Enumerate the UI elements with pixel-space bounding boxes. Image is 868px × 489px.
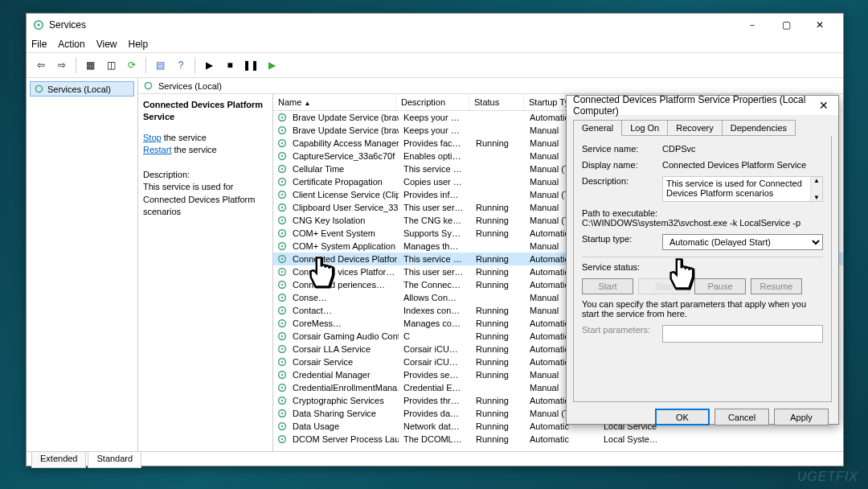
service-info-panel: Connected Devices Platform Service Stop … <box>138 94 273 451</box>
svg-point-7 <box>281 129 284 132</box>
tab-logon[interactable]: Log On <box>621 120 668 136</box>
svg-point-39 <box>281 335 284 338</box>
selected-service-title: Connected Devices Platform Service <box>143 99 268 124</box>
svg-point-21 <box>281 220 284 222</box>
svg-point-37 <box>281 323 284 325</box>
cancel-button[interactable]: Cancel <box>714 409 769 425</box>
maximize-button[interactable]: ▢ <box>769 16 803 34</box>
desc-text: This service is used for Connected Devic… <box>143 181 268 218</box>
props-title-text: Connected Devices Platform Service Prope… <box>573 94 816 117</box>
toolbar: ⇦ ⇨ ▦ ◫ ⟳ ▤ ? ▶ ■ ❚❚ ▶ <box>27 52 843 78</box>
svg-point-15 <box>281 181 284 183</box>
properties-button[interactable]: ◫ <box>101 55 121 75</box>
status-value <box>662 262 823 272</box>
watermark: UGETFIX <box>797 470 858 484</box>
col-name[interactable]: Name ▲ <box>273 94 396 110</box>
menubar: File Action View Help <box>27 36 843 52</box>
svg-point-31 <box>281 284 284 286</box>
titlebar[interactable]: Services － ▢ ✕ <box>27 14 843 36</box>
restart-link[interactable]: Restart <box>143 145 171 154</box>
svg-point-27 <box>281 258 284 261</box>
display-name-label: Display name: <box>582 160 662 170</box>
stop-service-button[interactable]: ■ <box>220 55 240 75</box>
table-row[interactable]: DCOM Server Process Laun…The DCOML…Runni… <box>273 433 843 446</box>
menu-file[interactable]: File <box>31 39 47 50</box>
menu-action[interactable]: Action <box>58 39 84 50</box>
help-button[interactable]: ? <box>171 55 190 75</box>
back-button[interactable]: ⇦ <box>31 55 51 75</box>
svg-point-45 <box>281 374 284 376</box>
svg-point-17 <box>281 194 284 196</box>
forward-button[interactable]: ⇨ <box>52 55 72 75</box>
service-name-value: CDPSvc <box>662 144 823 154</box>
gear-icon <box>143 80 154 91</box>
svg-point-47 <box>281 387 284 389</box>
export-button[interactable]: ▤ <box>150 55 170 75</box>
svg-point-51 <box>281 413 284 415</box>
services-icon <box>33 19 44 31</box>
svg-point-11 <box>281 155 284 158</box>
ok-button[interactable]: OK <box>655 409 710 425</box>
svg-point-3 <box>145 82 151 88</box>
svg-point-43 <box>281 361 284 364</box>
svg-point-35 <box>281 310 284 312</box>
svg-point-55 <box>281 438 284 441</box>
svg-point-41 <box>281 348 284 351</box>
tab-recovery[interactable]: Recovery <box>667 120 722 136</box>
path-value: C:\WINDOWS\system32\svchost.exe -k Local… <box>582 218 823 228</box>
pause-service-button[interactable]: ❚❚ <box>241 55 260 75</box>
col-status[interactable]: Status <box>469 94 524 110</box>
svg-point-9 <box>281 142 284 145</box>
apply-button[interactable]: Apply <box>774 409 829 425</box>
pause-button[interactable]: Pause <box>694 278 746 294</box>
props-titlebar[interactable]: Connected Devices Platform Service Prope… <box>567 96 838 115</box>
start-service-button[interactable]: ▶ <box>199 55 219 75</box>
tab-general[interactable]: General <box>573 120 622 136</box>
gear-icon <box>34 84 44 94</box>
props-tabs: General Log On Recovery Dependencies <box>567 115 838 136</box>
restart-service-button[interactable]: ▶ <box>262 55 281 75</box>
tree-panel: Services (Local) <box>27 78 138 451</box>
tab-dependencies[interactable]: Dependencies <box>722 120 796 136</box>
resume-button[interactable]: Resume <box>751 278 802 294</box>
svg-point-5 <box>281 117 284 119</box>
close-button[interactable]: ✕ <box>803 16 837 34</box>
menu-help[interactable]: Help <box>129 39 149 50</box>
bottom-tabs: Extended Standard <box>27 451 843 468</box>
start-button[interactable]: Start <box>582 278 633 294</box>
svg-point-53 <box>281 425 284 428</box>
menu-view[interactable]: View <box>96 39 117 50</box>
params-input[interactable] <box>662 325 823 343</box>
svg-point-2 <box>35 85 42 92</box>
tab-standard[interactable]: Standard <box>88 452 141 468</box>
startup-type-select[interactable]: Automatic (Delayed Start) <box>662 234 823 250</box>
svg-point-23 <box>281 232 284 235</box>
service-name-label: Service name: <box>582 144 662 154</box>
svg-point-25 <box>281 245 284 248</box>
svg-point-19 <box>281 207 284 209</box>
desc-label: Description: <box>143 169 268 181</box>
params-hint: You can specify the start parameters tha… <box>582 299 823 318</box>
svg-point-1 <box>37 23 40 27</box>
refresh-button[interactable]: ⟳ <box>122 55 141 75</box>
tree-services-local[interactable]: Services (Local) <box>30 81 134 97</box>
scrollbar[interactable]: ▲▼ <box>810 177 822 201</box>
desc-label: Description: <box>582 176 662 202</box>
show-hide-button[interactable]: ▦ <box>80 55 100 75</box>
display-name-value: Connected Devices Platform Service <box>662 160 823 170</box>
stop-link[interactable]: Stop <box>143 133 162 142</box>
minimize-button[interactable]: － <box>735 16 769 34</box>
params-label: Start parameters: <box>582 325 662 343</box>
svg-point-29 <box>281 271 284 273</box>
window-title: Services <box>49 19 735 31</box>
props-close-button[interactable]: ✕ <box>816 98 832 113</box>
status-label: Service status: <box>582 262 662 272</box>
col-description[interactable]: Description <box>396 94 469 110</box>
startup-label: Startup type: <box>582 234 662 250</box>
svg-point-49 <box>281 400 284 402</box>
desc-textbox[interactable]: This service is used for Connected Devic… <box>662 176 823 202</box>
stop-button[interactable]: Stop <box>638 278 690 294</box>
right-header: Services (Local) <box>138 78 843 94</box>
properties-dialog: Connected Devices Platform Service Prope… <box>566 95 839 425</box>
tab-extended[interactable]: Extended <box>31 452 86 468</box>
